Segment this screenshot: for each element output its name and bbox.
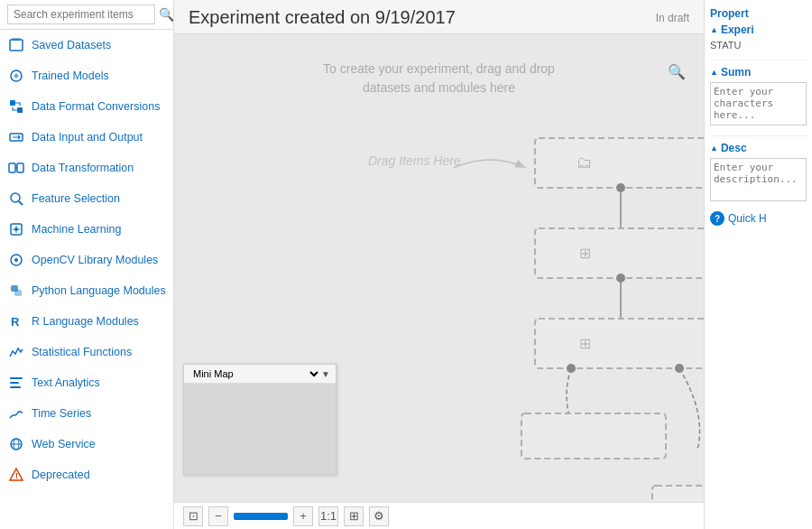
- search-icon[interactable]: 🔍: [159, 7, 174, 22]
- svg-text:🗂: 🗂: [577, 153, 593, 172]
- statistical-functions-icon: [7, 343, 25, 361]
- svg-point-35: [616, 274, 625, 283]
- data-format-conversions-icon: [7, 97, 25, 116]
- svg-rect-7: [17, 163, 23, 172]
- svg-point-9: [11, 193, 20, 202]
- sidebar-item-saved-datasets[interactable]: Saved Datasets: [0, 30, 173, 60]
- deprecated-label: Deprecated: [32, 469, 90, 481]
- svg-point-39: [567, 364, 576, 373]
- time-series-icon: [7, 404, 25, 422]
- quick-help-button[interactable]: ? Quick H: [710, 211, 807, 226]
- svg-rect-33: [535, 228, 704, 278]
- data-input-output-label: Data Input and Output: [32, 131, 143, 144]
- canvas-hint: To create your experiment, drag and drop…: [323, 60, 555, 97]
- experiment-section-header: ▲ Experi: [710, 23, 807, 36]
- web-service-icon: [7, 435, 25, 453]
- status-label: STATU: [710, 40, 807, 51]
- sidebar: 🔍 Saved DatasetsTrained ModelsData Forma…: [0, 0, 174, 529]
- main-header: Experiment created on 9/19/2017 In draft: [174, 0, 704, 34]
- text-analytics-label: Text Analytics: [32, 376, 100, 389]
- experiment-title: Experiment created on 9/19/2017: [189, 7, 456, 28]
- sidebar-item-python-modules[interactable]: Python Language Modules: [0, 275, 173, 306]
- sidebar-items-container: Saved DatasetsTrained ModelsData Format …: [0, 30, 173, 490]
- summary-textarea[interactable]: [710, 82, 807, 125]
- search-box: 🔍: [0, 0, 173, 30]
- layout-button[interactable]: ⊞: [344, 506, 364, 526]
- svg-rect-37: [535, 319, 704, 368]
- data-input-output-icon: [7, 128, 25, 146]
- sidebar-item-data-transformation[interactable]: Data Transformation: [0, 153, 173, 183]
- sidebar-item-text-analytics[interactable]: Text Analytics: [0, 367, 173, 398]
- zoom-progress-bar: [234, 513, 288, 520]
- zoom-out-button[interactable]: −: [208, 506, 228, 526]
- web-service-label: Web Service: [32, 438, 96, 450]
- saved-datasets-label: Saved Datasets: [32, 39, 111, 51]
- sidebar-item-time-series[interactable]: Time Series: [0, 398, 173, 429]
- right-panel: Propert ▲ Experi STATU ▲ Sumn ▲ Desc ? Q…: [704, 0, 812, 529]
- svg-text:R: R: [11, 315, 20, 329]
- reset-zoom-button[interactable]: 1:1: [318, 506, 338, 526]
- sidebar-item-opencv-library[interactable]: OpenCV Library Modules: [0, 245, 173, 275]
- summary-triangle-icon: ▲: [710, 68, 718, 77]
- sidebar-item-deprecated[interactable]: !Deprecated: [0, 459, 173, 490]
- svg-rect-0: [10, 40, 23, 51]
- sidebar-item-machine-learning[interactable]: Machine Learning: [0, 214, 173, 245]
- svg-point-12: [14, 227, 18, 231]
- sidebar-item-data-input-output[interactable]: Data Input and Output: [0, 122, 173, 153]
- svg-rect-3: [10, 100, 15, 106]
- panel-title: Propert: [710, 7, 807, 20]
- sidebar-item-r-language[interactable]: RR Language Modules: [0, 306, 173, 337]
- time-series-label: Time Series: [32, 407, 91, 420]
- main-area: Experiment created on 9/19/2017 In draft…: [174, 0, 704, 529]
- canvas-search-icon[interactable]: 🔍: [668, 63, 686, 80]
- trained-models-icon: [7, 67, 25, 85]
- svg-point-18: [14, 258, 18, 262]
- machine-learning-label: Machine Learning: [32, 223, 121, 236]
- draft-badge: In draft: [656, 12, 689, 24]
- feature-selection-label: Feature Selection: [32, 192, 120, 205]
- r-language-icon: R: [7, 312, 25, 330]
- canvas-area[interactable]: To create your experiment, drag and drop…: [174, 34, 704, 502]
- sidebar-item-trained-models[interactable]: Trained Models: [0, 60, 173, 91]
- description-textarea[interactable]: [710, 158, 807, 201]
- data-transformation-label: Data Transformation: [32, 162, 134, 174]
- sidebar-item-statistical-functions[interactable]: Statistical Functions: [0, 337, 173, 367]
- fit-screen-button[interactable]: ⊡: [183, 506, 203, 526]
- svg-rect-21: [10, 382, 19, 384]
- settings-button[interactable]: ⚙: [369, 506, 389, 526]
- deprecated-icon: !: [7, 466, 25, 484]
- python-modules-icon: [7, 282, 25, 300]
- r-language-label: R Language Modules: [32, 315, 139, 328]
- svg-point-31: [616, 183, 625, 192]
- sidebar-item-data-format-conversions[interactable]: Data Format Conversions: [0, 91, 173, 122]
- sidebar-item-web-service[interactable]: Web Service: [0, 429, 173, 459]
- zoom-in-button[interactable]: +: [293, 506, 313, 526]
- trained-models-label: Trained Models: [32, 70, 109, 82]
- svg-rect-29: [535, 138, 704, 188]
- description-triangle-icon: ▲: [710, 144, 718, 153]
- machine-learning-icon: [7, 220, 25, 238]
- opencv-library-label: OpenCV Library Modules: [32, 254, 158, 266]
- svg-rect-6: [9, 163, 15, 172]
- mini-map-body: [184, 384, 336, 474]
- summary-section-header: ▲ Sumn: [710, 66, 807, 79]
- svg-point-40: [675, 364, 684, 373]
- svg-rect-1: [12, 38, 21, 41]
- mini-map: Mini Map ▼: [183, 364, 337, 475]
- canvas-toolbar: ⊡ − + 1:1 ⊞ ⚙: [174, 502, 704, 529]
- experiment-triangle-icon: ▲: [710, 25, 718, 34]
- data-transformation-icon: [7, 159, 25, 177]
- feature-selection-icon: [7, 190, 25, 208]
- drag-hint: Drag Items Here: [368, 153, 461, 168]
- mini-map-header: Mini Map ▼: [184, 365, 336, 384]
- svg-rect-42: [652, 486, 704, 502]
- mini-map-select[interactable]: Mini Map: [189, 367, 321, 380]
- svg-text:!: !: [15, 471, 18, 480]
- svg-rect-20: [10, 377, 23, 379]
- saved-datasets-icon: [7, 36, 25, 54]
- svg-rect-41: [521, 413, 666, 459]
- quick-help-icon: ?: [710, 211, 724, 226]
- search-input[interactable]: [7, 5, 155, 24]
- sidebar-item-feature-selection[interactable]: Feature Selection: [0, 183, 173, 214]
- description-section-header: ▲ Desc: [710, 142, 807, 154]
